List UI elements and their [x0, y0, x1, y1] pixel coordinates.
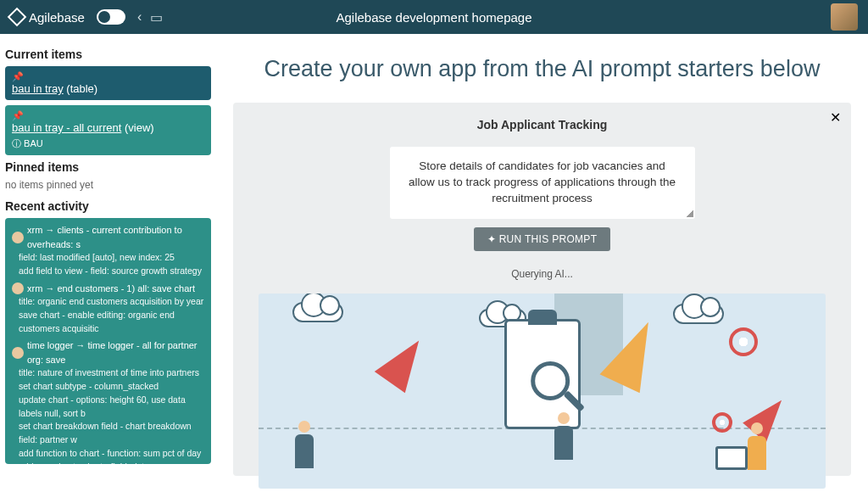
window-icon[interactable]: ▭ [150, 9, 163, 25]
activity-title: time logger → time logger - all for part… [27, 338, 204, 366]
pinned-empty-text: no items pinned yet [5, 179, 211, 191]
prompt-textarea[interactable]: Store details of candidates for job vaca… [390, 147, 695, 219]
panel-title: Job Applicant Tracking [259, 118, 826, 131]
activity-line: title: organic end customers acquisition… [12, 295, 204, 309]
hero-heading: Create your own app from the AI prompt s… [233, 56, 851, 82]
item-info: ⓘ BAU [12, 137, 204, 150]
item-type: (view) [125, 121, 154, 134]
item-link[interactable]: bau in tray [12, 82, 64, 95]
pin-icon: 📌 [12, 110, 204, 121]
brand-logo[interactable]: Agilebase [10, 10, 85, 25]
illustration [259, 294, 826, 489]
app-header: Agilebase ‹ ▭ Agilebase development home… [0, 0, 868, 34]
activity-line: add field to view - field: source growth… [12, 265, 204, 278]
activity-line: set chart breakdown field - chart breakd… [12, 420, 204, 447]
activity-title: xrm → clients - current contribution to … [27, 223, 204, 251]
sparkle-icon: ✦ [487, 233, 499, 245]
prompt-panel: ✕ Job Applicant Tracking Store details o… [233, 103, 851, 476]
run-prompt-button[interactable]: ✦ RUN THIS PROMPT [474, 227, 611, 251]
current-item-table[interactable]: 📌 bau in tray (table) [5, 66, 211, 100]
activity-avatar [12, 347, 24, 359]
user-avatar[interactable] [831, 3, 858, 31]
activity-line: save chart - enable editing: organic end… [12, 309, 204, 336]
activity-item[interactable]: xrm → end customers - 1) all: save chart… [5, 280, 211, 338]
activity-item[interactable]: time logger → time logger - all for part… [5, 337, 211, 464]
status-text: Querying AI... [259, 268, 826, 280]
current-items-heading: Current items [5, 48, 211, 61]
pin-icon: 📌 [12, 71, 204, 82]
sidebar: Current items 📌 bau in tray (table) 📌 ba… [0, 34, 216, 492]
activity-title: xrm → end customers - 1) all: save chart [27, 282, 195, 296]
main-content: Create your own app from the AI prompt s… [216, 34, 868, 492]
item-type: (table) [66, 82, 97, 95]
logo-icon [8, 8, 27, 27]
recent-activity-heading: Recent activity [5, 199, 211, 213]
activity-line: add function to chart - function: sum pc… [12, 447, 204, 461]
activity-avatar [12, 232, 24, 243]
close-icon[interactable]: ✕ [830, 109, 841, 126]
activity-line: add grouping to chart - field: date [12, 461, 204, 465]
activity-line: field: last modified [auto], new index: … [12, 251, 204, 265]
activity-line: set chart subtype - column_stacked [12, 380, 204, 394]
activity-line: title: nature of investment of time into… [12, 366, 204, 380]
activity-line: update chart - options: height 60, use d… [12, 394, 204, 421]
activity-feed: xrm → clients - current contribution to … [5, 218, 211, 464]
page-title: Agilebase development homepage [337, 10, 532, 25]
item-link[interactable]: bau in tray - all current [12, 121, 121, 134]
header-nav-icons: ‹ ▭ [137, 9, 163, 25]
activity-item[interactable]: xrm → clients - current contribution to … [5, 221, 211, 280]
activity-avatar [12, 282, 24, 294]
mode-toggle[interactable] [97, 9, 125, 25]
current-item-view[interactable]: 📌 bau in tray - all current (view) ⓘ BAU [5, 105, 211, 155]
back-icon[interactable]: ‹ [137, 9, 142, 25]
brand-name: Agilebase [29, 10, 85, 25]
pinned-items-heading: Pinned items [5, 160, 211, 174]
